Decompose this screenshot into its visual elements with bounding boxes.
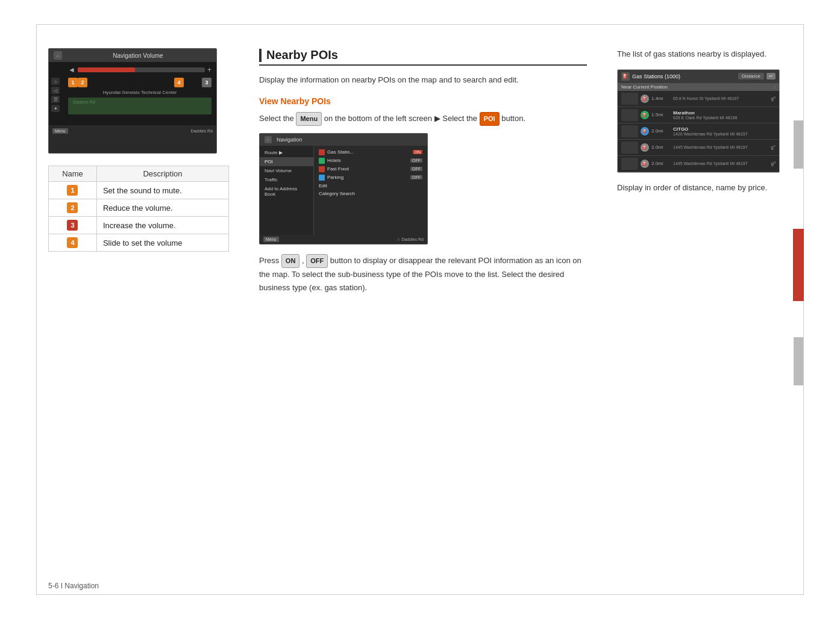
gas-item-info: Marathon 629 E Clark Rd Ypsilanti MI 481… xyxy=(673,110,776,120)
description-table: Name Description 1 Set the sound to mute… xyxy=(48,166,229,252)
gas-list-item: ⛽ 2.0mi 1445 Washtenaw Rd Ypsilanti MI 4… xyxy=(618,140,779,156)
nav-content: ⌂ ◁ ☰ ✦ ◄ + 1 2 xyxy=(49,62,216,125)
table-cell-desc: Increase the volume. xyxy=(96,217,228,234)
num-badge: 2 xyxy=(67,202,78,213)
poi-right-edit: Edit xyxy=(314,182,427,190)
nav-badge-3: 3 xyxy=(202,78,212,87)
page-border-left xyxy=(36,24,37,595)
gas-item-info: 65.8 N Huron St Ypsilanti MI 48197 xyxy=(673,96,769,101)
poi-right-fastfood: Fast Food OFF xyxy=(314,165,427,173)
table-cell-num: 2 xyxy=(49,199,97,217)
gas-item-price: g⁵ xyxy=(771,161,776,166)
gas-item-name: CITGO xyxy=(673,126,776,132)
gas-item-addr: 1445 Washtenaw Rd Ypsilanti MI 48197 xyxy=(673,161,769,166)
gas-item-thumb xyxy=(621,109,638,121)
gas-stations-screenshot: ⛽ Gas Stations (1000) Distance ↩ Near Cu… xyxy=(617,69,780,173)
left-column: ⌂ Navigation Volume ⌂ ◁ ☰ ✦ ◄ xyxy=(48,30,241,589)
gas-item-thumb xyxy=(621,93,638,105)
side-block-top xyxy=(794,120,803,169)
gas-item-thumb xyxy=(621,125,638,137)
poi-fastfood-label: Fast Food xyxy=(327,166,349,172)
gas-category-text: Near Current Position xyxy=(621,84,769,90)
nav-vol-track xyxy=(78,67,205,72)
off-button-inline: OFF xyxy=(306,254,328,268)
gas-back-button: ↩ xyxy=(766,73,776,79)
nav-screen-title: Navigation Volume xyxy=(64,52,212,59)
gas-item-thumb xyxy=(621,158,638,170)
nav-map-thumbnail: Daddies Rd xyxy=(68,98,212,122)
gas-list-item: ⛽ 2.0mi 1445 Washtenaw Rd Ypsilanti MI 4… xyxy=(618,156,779,172)
gas-title-text: Gas Stations (1000) xyxy=(632,73,736,79)
gas-item-addr: 1420 Washtenaw Rd Ypsilanti MI 48197 xyxy=(673,132,776,136)
nav-road-overlay: Daddies Rd xyxy=(73,100,95,104)
nav-labels-row: 1 2 4 3 xyxy=(68,78,212,87)
gas-item-info: 1445 Washtenaw Rd Ypsilanti MI 48197 xyxy=(673,161,769,166)
gas-list-item: ⛽ 1.5mi Marathon 629 E Clark Rd Ypsilant… xyxy=(618,107,779,123)
nav-volume-screenshot: ⌂ Navigation Volume ⌂ ◁ ☰ ✦ ◄ xyxy=(48,48,217,154)
poi-gas-toggle: ON xyxy=(413,150,423,154)
nav-menu-button: Menu xyxy=(52,128,68,134)
poi-hotels-label: Hotels xyxy=(327,158,341,163)
menu-button-inline: Menu xyxy=(296,112,322,126)
poi-menu-traffic: Traffic xyxy=(260,175,313,184)
gas-item-price: g° xyxy=(771,145,776,150)
instruction-mid-text: on the bottom of the left screen ▶ Selec… xyxy=(324,114,480,123)
poi-menu-area: Route ▶ POI Navi Volume Traffic Add to A… xyxy=(260,146,427,234)
gas-list-item: ⛽ 2.0mi CITGO 1420 Washtenaw Rd Ypsilant… xyxy=(618,123,779,140)
poi-road-label: ☆ Daddies Rd xyxy=(396,237,424,242)
nav-left-icon-1: ⌂ xyxy=(51,78,60,85)
gas-header: ⛽ Gas Stations (1000) Distance ↩ xyxy=(618,70,779,83)
poi-menu-poi: POI xyxy=(260,157,313,166)
page-border-right xyxy=(803,24,804,595)
press-instruction-text: Press ON , OFF button to display or disa… xyxy=(259,254,587,294)
gas-item-dist: 1.5mi xyxy=(651,112,671,117)
table-row: 4 Slide to set the volume xyxy=(49,234,229,252)
table-cell-desc: Set the sound to mute. xyxy=(96,182,228,199)
table-cell-desc: Slide to set the volume xyxy=(96,234,228,252)
main-content: ⌂ Navigation Volume ⌂ ◁ ☰ ✦ ◄ xyxy=(48,30,792,589)
gas-item-dist: 2.0mi xyxy=(651,161,671,166)
table-row: 3 Increase the volume. xyxy=(49,217,229,234)
section-body-text: Display the information on nearby POIs o… xyxy=(259,74,587,87)
poi-screen-title: Navigation xyxy=(277,137,302,143)
poi-hotels-icon xyxy=(319,158,325,164)
poi-category-label: Category Search xyxy=(319,191,355,196)
section-title-text: Nearby POIs xyxy=(266,48,338,62)
gas-item-price: g⁵ xyxy=(771,96,776,101)
right-intro-text: The list of gas stations nearby is displ… xyxy=(617,48,792,61)
poi-menu-button: Menu xyxy=(263,237,279,242)
side-tab xyxy=(793,229,804,301)
page-border-top xyxy=(36,24,804,25)
gas-item-name: Marathon xyxy=(673,110,776,116)
table-row: 1 Set the sound to mute. xyxy=(49,182,229,199)
poi-fastfood-icon xyxy=(319,166,325,172)
nav-bottom-bar: Menu Daddies Rd xyxy=(49,125,216,136)
table-row: 2 Reduce the volume. xyxy=(49,199,229,217)
poi-parking-label: Parking xyxy=(327,175,343,180)
gas-item-dist: 1.4mi xyxy=(651,96,671,101)
middle-column: Nearby POIs Display the information on n… xyxy=(241,30,605,589)
instruction-end-text: button. xyxy=(501,114,525,123)
instruction-text: Select the Menu on the bottom of the lef… xyxy=(259,112,587,126)
section-title-area: Nearby POIs xyxy=(259,48,587,66)
nav-badge-2: 2 xyxy=(78,78,87,87)
poi-right-parking: Parking OFF xyxy=(314,173,427,182)
sub-section-title: View Nearby POIs xyxy=(259,96,587,106)
right-body-text: Display in order of distance, name by pr… xyxy=(617,181,792,194)
poi-parking-toggle: OFF xyxy=(410,175,422,179)
nav-badge-1: 1 xyxy=(68,78,78,87)
side-block-bottom xyxy=(794,337,803,385)
gas-item-addr: 629 E Clark Rd Ypsilanti MI 48198 xyxy=(673,116,776,120)
table-cell-num: 1 xyxy=(49,182,97,199)
gas-scroll-icon: ↕ xyxy=(773,84,776,90)
nav-left-icon-4: ✦ xyxy=(51,105,60,112)
poi-fastfood-toggle: OFF xyxy=(410,167,422,171)
poi-left-menu: Route ▶ POI Navi Volume Traffic Add to A… xyxy=(260,146,314,234)
poi-gas-icon xyxy=(319,149,325,155)
poi-menu-add-address: Add to Address Book xyxy=(260,184,313,199)
on-button-inline: ON xyxy=(281,254,300,268)
poi-gas-label: Gas Statio... xyxy=(327,149,354,155)
nav-volume-row: ◄ + xyxy=(68,66,212,74)
poi-home-icon: ⌂ xyxy=(265,136,272,143)
section-title-bar xyxy=(259,49,262,62)
